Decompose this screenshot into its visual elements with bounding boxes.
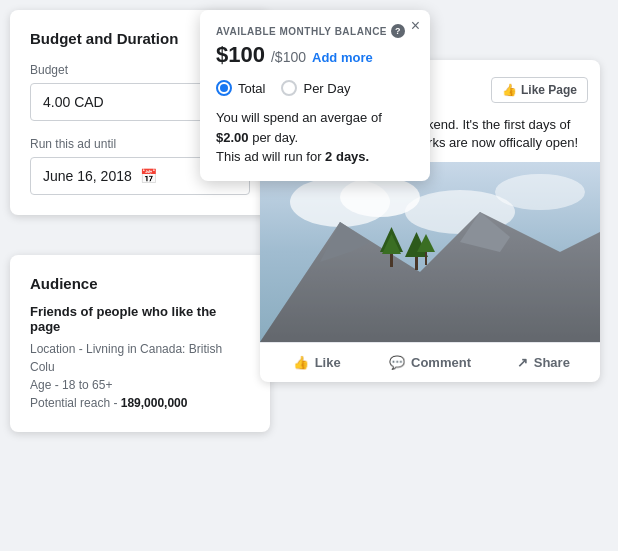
budget-type-row: Total Per Day: [216, 80, 414, 96]
share-action-label: Share: [534, 355, 570, 370]
comment-action-label: Comment: [411, 355, 471, 370]
per-day-radio-button[interactable]: [281, 80, 297, 96]
per-day-label: Per Day: [303, 81, 350, 96]
mountain-image: [260, 162, 600, 342]
like-action-label: Like: [315, 355, 341, 370]
age-detail: Age - 18 to 65+: [30, 376, 250, 394]
total-radio-button[interactable]: [216, 80, 232, 96]
days-value: 2 days.: [325, 149, 369, 164]
info-icon[interactable]: ?: [391, 24, 405, 38]
audience-card: Audience Friends of people who like the …: [10, 255, 270, 432]
like-action-button[interactable]: 👍 Like: [260, 347, 373, 378]
balance-amount: $100: [216, 42, 265, 68]
average-amount: $2.00: [216, 130, 249, 145]
thumbs-up-icon: 👍: [502, 83, 517, 97]
spend-line2: This ad will run for 2 days.: [216, 147, 414, 167]
spend-line1: You will spend an avergae of $2.00 per d…: [216, 108, 414, 147]
reach-label: Potential reach -: [30, 396, 117, 410]
ad-actions: 👍 Like 💬 Comment ↗ Share: [260, 342, 600, 382]
reach-detail: Potential reach - 189,000,000: [30, 394, 250, 412]
ad-image: [260, 162, 600, 342]
add-more-link[interactable]: Add more: [312, 50, 373, 65]
friends-of-page-label: Friends of people who like the page: [30, 304, 250, 334]
like-icon: 👍: [293, 355, 309, 370]
balance-popup: × AVAILABLE MONTHLY BALANCE ? $100 /$100…: [200, 10, 430, 181]
share-action-button[interactable]: ↗ Share: [487, 347, 600, 378]
location-detail: Location - Livning in Canada: British Co…: [30, 340, 250, 376]
share-icon: ↗: [517, 355, 528, 370]
total-label: Total: [238, 81, 265, 96]
balance-title: AVAILABLE MONTHLY BALANCE ?: [216, 24, 414, 38]
comment-icon: 💬: [389, 355, 405, 370]
like-page-button[interactable]: 👍 Like Page: [491, 77, 588, 103]
amount-row: $100 /$100 Add more: [216, 42, 414, 68]
spend-info: You will spend an avergae of $2.00 per d…: [216, 108, 414, 167]
total-radio-option[interactable]: Total: [216, 80, 265, 96]
reach-value: 189,000,000: [121, 396, 188, 410]
comment-action-button[interactable]: 💬 Comment: [373, 347, 486, 378]
svg-rect-14: [425, 250, 427, 265]
close-button[interactable]: ×: [411, 18, 420, 34]
date-value: June 16, 2018: [43, 168, 140, 184]
audience-details: Location - Livning in Canada: British Co…: [30, 340, 250, 412]
per-day-radio-option[interactable]: Per Day: [281, 80, 350, 96]
balance-slash-amount: /$100: [271, 49, 306, 65]
balance-title-text: AVAILABLE MONTHLY BALANCE: [216, 26, 387, 37]
svg-point-4: [495, 174, 585, 210]
like-page-label: Like Page: [521, 83, 577, 97]
audience-title: Audience: [30, 275, 250, 292]
